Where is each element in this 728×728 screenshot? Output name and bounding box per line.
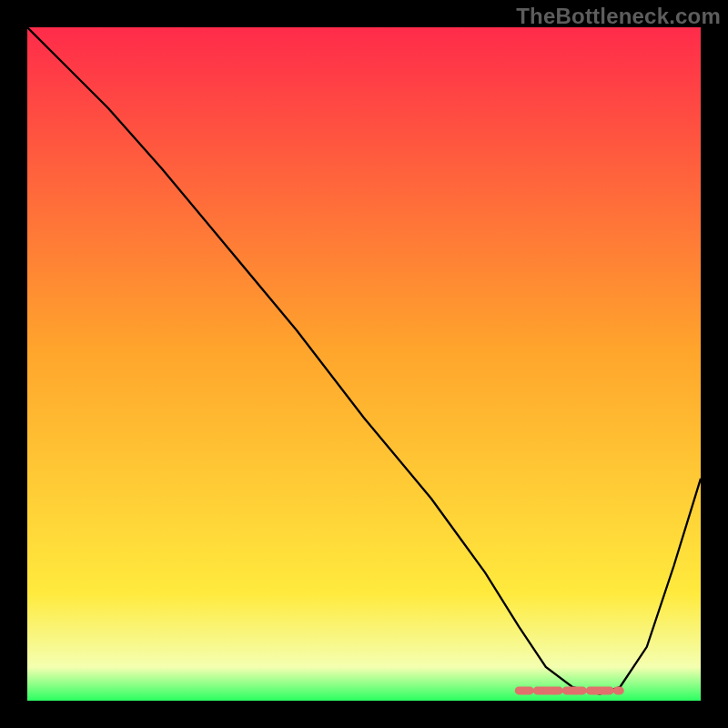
bottleneck-chart — [27, 27, 701, 701]
chart-frame: TheBottleneck.com — [0, 0, 728, 728]
gradient-background — [27, 27, 701, 701]
watermark-text: TheBottleneck.com — [516, 4, 721, 29]
